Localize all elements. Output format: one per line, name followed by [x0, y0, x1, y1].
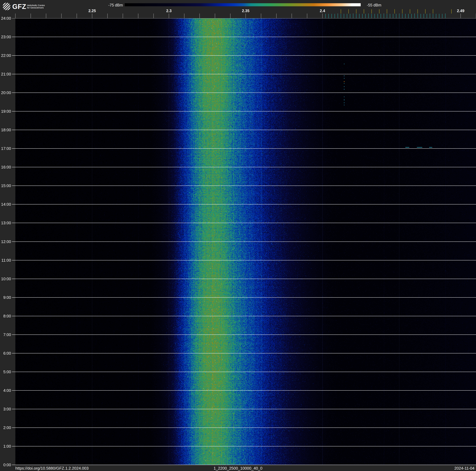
freq-minor-tick — [15, 14, 16, 18]
ble-channel-tick — [436, 14, 436, 18]
ble-channel-tick — [325, 14, 326, 18]
wifi-channel-tick — [372, 9, 372, 14]
ble-channel-tick — [335, 14, 335, 18]
hour-gridline — [12, 334, 476, 335]
wifi-channel-tick — [425, 9, 425, 14]
hour-label: 14:00 — [0, 202, 11, 206]
ble-channel-tick — [439, 14, 439, 18]
freq-minor-tick — [200, 14, 200, 18]
freq-minor-tick — [292, 14, 292, 18]
ble-channel-tick — [328, 14, 329, 18]
gfz-logo-org-name: Helmholtz Centre for Geosciences — [27, 4, 45, 9]
colorbar-gradient — [125, 3, 361, 6]
ble-channel-tick — [411, 14, 412, 18]
ble-channel-tick — [365, 14, 366, 18]
hour-label: 1:00 — [0, 444, 11, 448]
ble-channel-tick — [338, 14, 338, 18]
hour-gridline — [12, 37, 476, 37]
ble-channel-tick — [359, 14, 359, 18]
freq-minor-tick — [460, 14, 461, 18]
ble-channel-tick — [356, 14, 357, 18]
wifi-channel-tick — [394, 9, 395, 14]
freq-minor-tick — [261, 14, 261, 18]
hour-gridline — [12, 167, 476, 167]
ble-channel-tick — [433, 14, 433, 18]
org-line-2: for Geosciences — [27, 6, 45, 9]
ble-channel-tick — [378, 14, 378, 18]
org-line-1: Helmholtz Centre — [27, 4, 45, 6]
freq-minor-tick — [31, 14, 31, 18]
hour-gridline — [12, 409, 476, 409]
freq-minor-tick — [153, 14, 154, 18]
wifi-channel-tick — [418, 9, 418, 14]
ble-channel-tick — [418, 14, 418, 18]
hour-label: 18:00 — [0, 128, 11, 132]
hour-gridline — [12, 428, 476, 428]
hour-label: 13:00 — [0, 221, 11, 225]
hour-label: 22:00 — [0, 54, 11, 57]
ble-channel-tick — [387, 14, 387, 18]
hour-label: 24:00 — [0, 16, 11, 20]
freq-minor-tick — [92, 14, 92, 18]
wifi-channel-tick — [451, 9, 452, 14]
date-text: 2024-11-04 — [454, 466, 475, 471]
hour-label: 16:00 — [0, 165, 11, 169]
ble-channel-tick — [399, 14, 399, 18]
ble-channel-tick — [372, 14, 372, 18]
freq-tick-label: 2.25 — [88, 9, 96, 13]
ble-channel-tick — [402, 14, 402, 18]
colorbar-min-label: -75 dBm — [92, 3, 123, 7]
hour-label: 0:00 — [0, 463, 11, 467]
ble-channel-tick — [427, 14, 427, 18]
hour-gridline — [12, 297, 476, 298]
hour-gridline — [12, 204, 476, 204]
wifi-channel-tick — [402, 9, 402, 14]
ble-channel-tick — [396, 14, 396, 18]
gfz-logo-acronym: GFZ — [12, 3, 26, 10]
hour-gridline — [12, 111, 476, 111]
hour-label: 15:00 — [0, 184, 11, 188]
freq-minor-tick — [169, 14, 169, 18]
freq-minor-tick — [276, 14, 276, 18]
hour-gridline — [12, 372, 476, 372]
hour-label: 2:00 — [0, 426, 11, 430]
ble-channel-tick — [332, 14, 332, 18]
hour-label: 9:00 — [0, 295, 11, 299]
hour-label: 5:00 — [0, 370, 11, 374]
hour-gridline — [12, 465, 476, 465]
ble-channel-tick — [421, 14, 421, 18]
ble-channel-tick — [405, 14, 406, 18]
wifi-channel-tick — [364, 9, 364, 14]
freq-minor-tick — [215, 14, 215, 18]
hour-gridline — [12, 241, 476, 242]
hour-label: 12:00 — [0, 240, 11, 244]
hour-gridline — [12, 130, 476, 130]
hour-label: 11:00 — [0, 258, 11, 262]
ble-channel-tick — [445, 14, 445, 18]
ble-channel-tick — [442, 14, 442, 18]
hour-label: 4:00 — [0, 388, 11, 392]
wifi-channel-tick — [410, 9, 410, 14]
freq-tick-label: 2.35 — [242, 9, 250, 13]
ble-channel-tick — [384, 14, 384, 18]
freq-minor-tick — [230, 14, 230, 18]
freq-tick-label: 2.49 — [457, 9, 464, 13]
ble-channel-tick — [430, 14, 430, 18]
freq-minor-tick — [307, 14, 307, 18]
hour-gridline — [12, 55, 476, 56]
ble-channel-tick — [374, 14, 375, 18]
hour-label: 20:00 — [0, 91, 11, 95]
hour-label: 23:00 — [0, 35, 11, 39]
hour-gridline — [12, 223, 476, 223]
freq-minor-tick — [246, 14, 246, 18]
ble-channel-tick — [393, 14, 393, 18]
wifi-channel-tick — [348, 9, 349, 14]
hour-label: 3:00 — [0, 407, 11, 411]
ble-channel-tick — [347, 14, 347, 18]
hour-label: 17:00 — [0, 146, 11, 150]
freq-minor-tick — [322, 14, 323, 18]
freq-minor-tick — [77, 14, 77, 18]
wifi-channel-tick — [356, 9, 357, 14]
dataset-id-text: 1_2200_2500_10000_40_0 — [0, 466, 476, 471]
wifi-channel-tick — [387, 9, 387, 14]
